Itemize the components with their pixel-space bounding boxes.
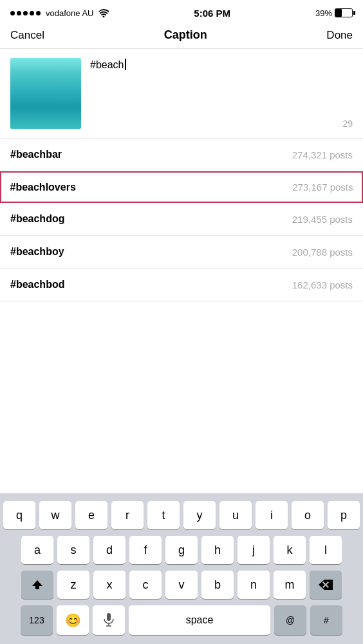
suggestion-count: 162,633 posts (292, 279, 353, 290)
suggestion-count: 219,455 posts (292, 214, 353, 225)
key-v[interactable]: v (165, 571, 198, 599)
key-o[interactable]: o (292, 501, 324, 529)
keyboard-row: 123😊space@# (3, 605, 360, 635)
suggestion-item[interactable]: #beachbar274,321 posts (0, 138, 363, 171)
suggestion-tag: #beachbod (10, 279, 64, 290)
key-b[interactable]: b (201, 571, 234, 599)
suggestions-list: #beachbar274,321 posts#beachlovers273,16… (0, 138, 363, 301)
carrier-label: vodafone AU (46, 8, 93, 18)
key-e[interactable]: e (75, 501, 107, 529)
suggestion-count: 274,321 posts (292, 149, 353, 160)
key-i[interactable]: i (256, 501, 288, 529)
key-h[interactable]: h (201, 536, 234, 564)
nav-bar: Cancel Caption Done (0, 23, 363, 49)
key-k[interactable]: k (274, 536, 306, 564)
char-count: 29 (342, 118, 353, 129)
key-c[interactable]: c (129, 571, 162, 599)
keyboard: qwertyuiopasdfghjklzxcvbnm123😊space@# (0, 493, 363, 644)
key-g[interactable]: g (165, 536, 198, 564)
key-special[interactable] (310, 571, 342, 599)
key-x[interactable]: x (93, 571, 126, 599)
key-u[interactable]: u (219, 501, 252, 529)
keyboard-row: zxcvbnm (3, 571, 360, 599)
suggestion-count: 200,788 posts (292, 247, 353, 258)
battery-percent: 39% (315, 8, 332, 18)
suggestion-item[interactable]: #beachbod162,633 posts (0, 269, 363, 301)
suggestion-tag: #beachboy (10, 246, 64, 258)
suggestion-item[interactable]: #beachlovers273,167 posts (0, 171, 363, 203)
suggestion-tag: #beachbar (10, 149, 62, 160)
caption-input-area[interactable]: #beach (90, 58, 353, 129)
key-space[interactable]: space (129, 605, 270, 635)
status-bar: vodafone AU 5:06 PM 39% (0, 0, 363, 23)
key-special[interactable] (21, 571, 53, 599)
keyboard-row: asdfghjkl (3, 536, 360, 564)
caption-area: #beach 29 (0, 49, 363, 138)
photo-thumbnail (10, 58, 81, 129)
key-d[interactable]: d (93, 536, 126, 564)
key-y[interactable]: y (183, 501, 216, 529)
suggestion-tag: #beachdog (10, 213, 64, 225)
suggestion-tag: #beachlovers (10, 182, 76, 193)
caption-text[interactable]: #beach (90, 58, 353, 129)
svg-rect-0 (107, 613, 111, 621)
key-123[interactable]: 123 (21, 605, 53, 635)
key-w[interactable]: w (39, 501, 71, 529)
keyboard-row: qwertyuiop (3, 501, 360, 529)
key-l[interactable]: l (310, 536, 342, 564)
status-left: vodafone AU (10, 8, 109, 18)
key-f[interactable]: f (129, 536, 162, 564)
suggestion-count: 273,167 posts (292, 182, 353, 193)
key-n[interactable]: n (237, 571, 270, 599)
key-a[interactable]: a (21, 536, 53, 564)
cancel-button[interactable]: Cancel (10, 29, 44, 42)
key-q[interactable]: q (3, 501, 35, 529)
key-t[interactable]: t (147, 501, 180, 529)
status-right: 39% (315, 8, 353, 18)
suggestion-item[interactable]: #beachboy200,788 posts (0, 236, 363, 269)
suggestion-item[interactable]: #beachdog219,455 posts (0, 203, 363, 236)
key-p[interactable]: p (328, 501, 360, 529)
key-j[interactable]: j (237, 536, 270, 564)
key-special[interactable]: @ (274, 605, 306, 635)
key-s[interactable]: s (57, 536, 89, 564)
battery-icon (335, 8, 353, 17)
key-z[interactable]: z (57, 571, 89, 599)
signal-dots (10, 11, 41, 15)
page-title: Caption (164, 28, 207, 42)
key-specialspecial[interactable]: 😊 (57, 605, 89, 635)
key-m[interactable]: m (274, 571, 306, 599)
key-r[interactable]: r (111, 501, 144, 529)
wifi-icon (98, 9, 109, 17)
done-button[interactable]: Done (326, 29, 353, 42)
key-special[interactable]: # (310, 605, 342, 635)
status-time: 5:06 PM (194, 8, 230, 19)
key-specialspecial[interactable] (93, 605, 125, 635)
